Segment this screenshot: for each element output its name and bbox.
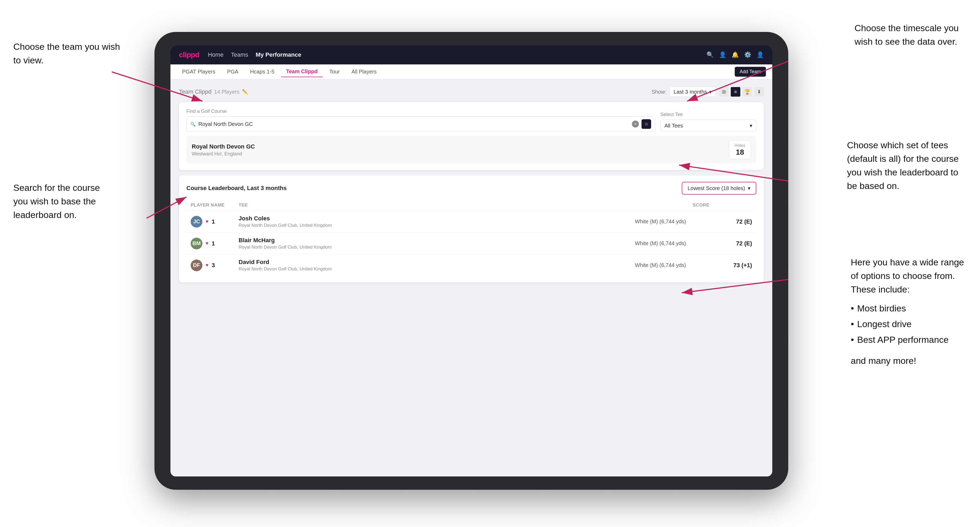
leaderboard-header: Course Leaderboard, Last 3 months Lowest…: [186, 182, 756, 195]
tee-select[interactable]: All Tees ▾: [660, 119, 756, 132]
tablet-screen: clippd Home Teams My Performance 🔍 👤 🔔 ⚙…: [170, 45, 772, 476]
main-content: Team Clippd 14 Players ✏️ Show: Last 3 m…: [170, 79, 772, 476]
nav-teams[interactable]: Teams: [231, 51, 248, 58]
subnav: PGAT Players PGA Hcaps 1-5 Team Clippd T…: [170, 64, 772, 79]
holes-badge: Holes 18: [729, 140, 751, 159]
score-type-select[interactable]: Lowest Score (18 holes) ▾: [682, 182, 756, 195]
score-cell-3: 73 (+1): [710, 262, 752, 269]
show-value: Last 3 months: [673, 89, 707, 95]
table-row: BM ♥ 1 Blair McHarg Royal North Devon Go…: [186, 233, 756, 254]
team-title-group: Team Clippd 14 Players ✏️: [179, 88, 248, 95]
col-tee: TEE: [239, 203, 635, 208]
list-view-button[interactable]: ≡: [731, 87, 740, 97]
grid-view-button[interactable]: ⊞: [719, 87, 729, 97]
tee-cell-1: White (M) (6,744 yds): [635, 219, 710, 225]
tab-pga[interactable]: PGA: [222, 67, 243, 77]
holes-label: Holes: [735, 143, 745, 148]
course-location: Westward Ho!, England: [192, 151, 255, 157]
heart-icon[interactable]: ♥: [205, 219, 208, 224]
tab-hcaps[interactable]: Hcaps 1-5: [245, 67, 280, 77]
find-course-label: Find a Golf Course: [186, 109, 655, 114]
rank-2: 1: [212, 240, 215, 247]
tee-group: Select Tee All Tees ▾: [660, 112, 756, 132]
avatar-3: DF: [191, 259, 202, 271]
col-score: SCORE: [635, 203, 710, 208]
show-controls: Show: Last 3 months ▾ ⊞ ≡ 🏆 ⬇: [652, 87, 764, 97]
player-info-2: BM ♥ 1: [191, 238, 239, 249]
score-type-value: Lowest Score (18 holes): [687, 185, 745, 191]
trophy-view-button[interactable]: 🏆: [743, 87, 752, 97]
tee-value: All Tees: [664, 123, 683, 129]
clear-search-button[interactable]: ×: [632, 121, 639, 127]
player-name-2: Blair McHarg: [239, 237, 635, 244]
rank-1: 1: [212, 218, 215, 225]
player-info-3: DF ♥ 3: [191, 259, 239, 271]
nav-home[interactable]: Home: [208, 51, 223, 58]
team-name: Team Clippd: [179, 88, 212, 95]
chevron-down-icon: ▾: [709, 89, 712, 95]
download-button[interactable]: ⬇: [754, 87, 764, 97]
edit-team-icon[interactable]: ✏️: [242, 89, 248, 95]
player-name-1: Josh Coles: [239, 215, 635, 222]
leaderboard-card: Course Leaderboard, Last 3 months Lowest…: [179, 175, 764, 283]
tab-team-clippd[interactable]: Team Clippd: [281, 66, 323, 77]
avatar-1: JC: [191, 216, 202, 227]
annotation-bottom-right: Here you have a wide rangeof options to …: [851, 256, 964, 368]
course-result: Royal North Devon GC Westward Ho!, Engla…: [186, 136, 756, 163]
navbar: clippd Home Teams My Performance 🔍 👤 🔔 ⚙…: [170, 45, 772, 64]
annotation-bottom-left: Search for the courseyou wish to base th…: [13, 181, 100, 222]
tee-cell-2: White (M) (6,744 yds): [635, 240, 710, 246]
heart-icon[interactable]: ♥: [205, 262, 208, 268]
player-club-1: Royal North Devon Golf Club, United King…: [239, 223, 635, 228]
player-club-3: Royal North Devon Golf Club, United King…: [239, 267, 635, 272]
chevron-down-icon: ▾: [748, 185, 751, 191]
search-icon: 🔍: [190, 122, 196, 127]
view-icons: ⊞ ≡ 🏆 ⬇: [719, 87, 764, 97]
settings-icon[interactable]: ⚙️: [744, 51, 751, 58]
avatar-icon[interactable]: 👤: [757, 51, 764, 58]
table-header: PLAYER NAME TEE SCORE: [186, 200, 756, 211]
score-cell-1: 72 (E): [710, 218, 752, 225]
options-footer: and many more!: [851, 354, 964, 368]
nav-icons: 🔍 👤 🔔 ⚙️ 👤: [706, 51, 764, 58]
heart-icon[interactable]: ♥: [205, 241, 208, 246]
annotation-top-right: Choose the timescale youwish to see the …: [854, 21, 959, 48]
tab-pgat-players[interactable]: PGAT Players: [177, 67, 221, 77]
course-info: Royal North Devon GC Westward Ho!, Engla…: [192, 143, 255, 157]
search-input[interactable]: [199, 121, 629, 127]
tab-tour[interactable]: Tour: [324, 67, 345, 77]
logo: clippd: [179, 51, 199, 59]
search-row: Find a Golf Course 🔍 × ☆ Select Tee All …: [186, 109, 756, 132]
leaderboard-table: PLAYER NAME TEE SCORE JC ♥ 1 Josh Coles: [186, 200, 756, 276]
tab-all-players[interactable]: All Players: [346, 67, 382, 77]
option-drive: Longest drive: [851, 316, 964, 332]
holes-number: 18: [735, 148, 745, 157]
annotation-top-left: Choose the team you wish to view.: [13, 40, 125, 67]
option-birdies: Most birdies: [851, 300, 964, 316]
search-card: Find a Golf Course 🔍 × ☆ Select Tee All …: [179, 102, 764, 170]
nav-links: Home Teams My Performance: [208, 51, 698, 58]
person-icon[interactable]: 👤: [719, 51, 726, 58]
team-header: Team Clippd 14 Players ✏️ Show: Last 3 m…: [179, 87, 764, 97]
player-name-cell-2: Blair McHarg Royal North Devon Golf Club…: [239, 237, 635, 250]
rank-3: 3: [212, 262, 215, 269]
options-list: Most birdies Longest drive Best APP perf…: [851, 300, 964, 348]
show-select[interactable]: Last 3 months ▾: [670, 87, 716, 97]
leaderboard-title: Course Leaderboard, Last 3 months: [186, 185, 287, 192]
add-team-button[interactable]: Add Team: [735, 67, 766, 77]
search-icon[interactable]: 🔍: [706, 51, 714, 58]
bell-icon[interactable]: 🔔: [732, 51, 739, 58]
favorite-button[interactable]: ☆: [641, 119, 651, 129]
nav-my-performance[interactable]: My Performance: [256, 51, 301, 58]
annotation-middle-right: Choose which set of tees(default is all)…: [847, 138, 959, 193]
team-player-count: 14 Players: [214, 89, 239, 95]
player-name-cell-1: Josh Coles Royal North Devon Golf Club, …: [239, 215, 635, 228]
chevron-down-icon: ▾: [749, 122, 752, 129]
player-info-1: JC ♥ 1: [191, 216, 239, 227]
score-cell-2: 72 (E): [710, 240, 752, 247]
player-name-cell-3: David Ford Royal North Devon Golf Club, …: [239, 259, 635, 272]
course-name: Royal North Devon GC: [192, 143, 255, 150]
table-row: JC ♥ 1 Josh Coles Royal North Devon Golf…: [186, 211, 756, 233]
show-label: Show:: [652, 89, 667, 95]
tablet-frame: clippd Home Teams My Performance 🔍 👤 🔔 ⚙…: [154, 32, 788, 490]
